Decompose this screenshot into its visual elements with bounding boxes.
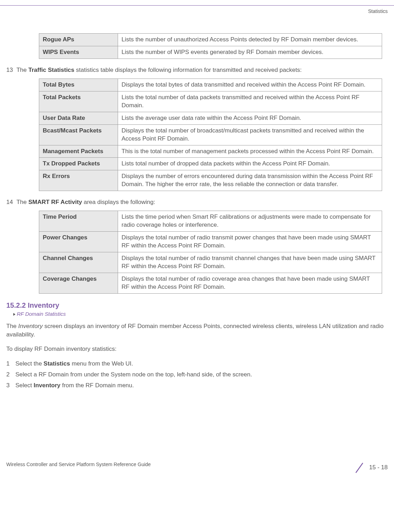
table-row: Coverage Changes Displays the total numb… [39, 273, 382, 293]
steps-list: 1Select the Statistics menu from the Web… [6, 360, 388, 389]
table-label: Bcast/Mcast Packets [39, 124, 118, 145]
breadcrumb-text: RF Domain Statistics [17, 311, 66, 317]
list-item: 2Select a RF Domain from under the Syste… [6, 370, 388, 379]
table-row: Power Changes Displays the total number … [39, 232, 382, 252]
table-row: Time Period Lists the time period when S… [39, 211, 382, 232]
instruction-lead: To display RF Domain inventory statistic… [6, 345, 388, 353]
text: area displays the following: [82, 199, 155, 205]
table-desc: Lists the average user data rate within … [118, 112, 382, 124]
table-row: Rogue APs Lists the number of unauthoriz… [39, 34, 382, 46]
table-row: Total Bytes Displays the total bytes of … [39, 79, 382, 91]
breadcrumb: RF Domain Statistics [13, 311, 388, 317]
table-row: Management Packets This is the total num… [39, 145, 382, 158]
table-desc: Displays the total number of radio trans… [118, 232, 382, 252]
table-label: Coverage Changes [39, 273, 118, 293]
table-row: Tx Dropped Packets Lists total number of… [39, 158, 382, 170]
table-label: Tx Dropped Packets [39, 158, 118, 170]
table-desc: Lists total number of dropped data packe… [118, 158, 382, 170]
table-row: WIPS Events Lists the number of WIPS eve… [39, 46, 382, 59]
table-desc: Displays the total number of radio trans… [118, 252, 382, 273]
table-desc: Lists the number of WIPS events generate… [118, 46, 382, 59]
table-label: Time Period [39, 211, 118, 232]
step-number: 13 [6, 67, 13, 74]
table-label: User Data Rate [39, 112, 118, 124]
term-smart-rf-activity: SMART RF Activity [28, 199, 82, 205]
table-label: Rx Errors [39, 170, 118, 191]
page-footer: Wireless Controller and Service Platform… [0, 462, 394, 481]
term-traffic-statistics: Traffic Statistics [28, 67, 74, 73]
footer-page-number: 15 - 18 [353, 462, 388, 474]
table-label: Rogue APs [39, 34, 118, 46]
text: screen displays an inventory of RF Domai… [6, 323, 383, 338]
text: Select a RF Domain from under the System… [15, 371, 252, 378]
table-desc: This is the total number of management p… [118, 145, 382, 158]
table-row: Channel Changes Displays the total numbe… [39, 252, 382, 273]
list-item: 1Select the Statistics menu from the Web… [6, 360, 388, 368]
text: statistics table displays the following … [74, 67, 302, 73]
text: menu from the Web UI. [70, 360, 133, 367]
term-inventory: Inventory [18, 323, 43, 329]
svg-line-0 [356, 463, 363, 473]
footer-guide-title: Wireless Controller and Service Platform… [6, 462, 151, 467]
table-desc: Displays the number of errors encountere… [118, 170, 382, 191]
slash-icon [353, 462, 366, 474]
step-number: 3 [6, 381, 13, 390]
table-desc: Lists the time period when Smart RF cali… [118, 211, 382, 232]
page-content: Rogue APs Lists the number of unauthoriz… [0, 33, 394, 390]
text: Select [15, 382, 34, 389]
table-row: Bcast/Mcast Packets Displays the total n… [39, 124, 382, 145]
term-statistics: Statistics [43, 360, 70, 367]
table-desc: Displays the total number of broadcast/m… [118, 124, 382, 145]
table-rogue-wips: Rogue APs Lists the number of unauthoriz… [39, 33, 382, 59]
table-label: Total Packets [39, 91, 118, 112]
header-top-rule [0, 5, 394, 6]
inventory-paragraph: The Inventory screen displays an invento… [6, 322, 388, 339]
table-label: Total Bytes [39, 79, 118, 91]
table-desc: Displays the total bytes of data transmi… [118, 79, 382, 91]
step-14-text: 14The SMART RF Activity area displays th… [6, 199, 388, 206]
section-heading-inventory: 15.2.2 Inventory [6, 301, 388, 309]
step-13-text: 13The Traffic Statistics statistics tabl… [6, 67, 388, 74]
table-desc: Lists the number of unauthorized Access … [118, 34, 382, 46]
text: Select the [15, 360, 43, 367]
table-smart-rf-activity: Time Period Lists the time period when S… [39, 211, 382, 294]
table-label: Channel Changes [39, 252, 118, 273]
term-inventory-menu: Inventory [34, 382, 61, 389]
table-row: Total Packets Lists the total number of … [39, 91, 382, 112]
text: from the RF Domain menu. [61, 382, 134, 389]
table-label: WIPS Events [39, 46, 118, 59]
table-row: Rx Errors Displays the number of errors … [39, 170, 382, 191]
text: The [16, 67, 28, 73]
table-desc: Lists the total number of data packets t… [118, 91, 382, 112]
header-section-label: Statistics [0, 8, 388, 14]
table-row: User Data Rate Lists the average user da… [39, 112, 382, 124]
step-number: 2 [6, 370, 13, 379]
text: The [16, 199, 28, 205]
table-label: Power Changes [39, 232, 118, 252]
table-desc: Displays the total number of radio cover… [118, 273, 382, 293]
arrow-right-icon [13, 313, 15, 316]
table-traffic-statistics: Total Bytes Displays the total bytes of … [39, 79, 382, 191]
step-number: 14 [6, 199, 13, 206]
text: The [6, 323, 18, 329]
list-item: 3Select Inventory from the RF Domain men… [6, 381, 388, 390]
step-number: 1 [6, 360, 13, 368]
page-number-text: 15 - 18 [369, 464, 388, 471]
table-label: Management Packets [39, 145, 118, 158]
